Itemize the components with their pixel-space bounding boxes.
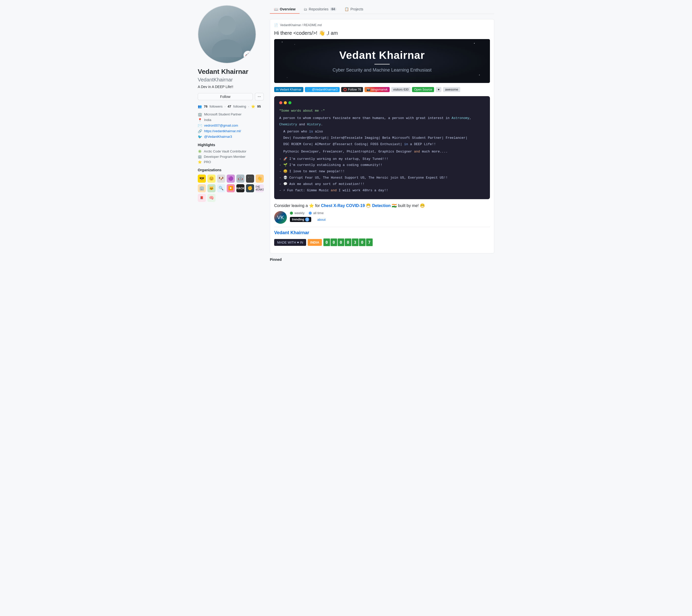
india-badge: INDIA bbox=[308, 239, 322, 246]
legend-weekly: weekly bbox=[290, 211, 305, 215]
trending-row: trending 1 about bbox=[290, 217, 490, 222]
followers-icon: 👥 bbox=[198, 105, 202, 108]
made-with-section: MADE WITH ♥ IN INDIA 0 0 0 0 3 0 7 bbox=[274, 239, 490, 246]
repo-count: 64 bbox=[330, 7, 336, 11]
follow-button[interactable]: Follow bbox=[198, 93, 253, 100]
card-header: 📄 VedantKhairnar / README.md bbox=[274, 23, 490, 27]
website-item: 🔗 https://vedantkhairnar.ml/ bbox=[198, 129, 264, 133]
term-line-4: Dev| Founder@DevScript| Intern@Tesselate… bbox=[279, 135, 485, 141]
org-2[interactable]: 🐶 bbox=[217, 175, 225, 183]
svg-point-1 bbox=[212, 39, 242, 57]
tab-repositories[interactable]: 🗂 Repositories 64 bbox=[299, 5, 340, 14]
badge-twitter[interactable]: 🐦 @VedantKhairnar3 bbox=[305, 87, 340, 92]
term-line-5: DSC RCOEM Core| AIMentor @Tesseract Codi… bbox=[279, 142, 485, 147]
term-line-12: - ⚡ Fun fact: Gimme Music and I will wor… bbox=[279, 188, 485, 193]
dot-yellow bbox=[284, 101, 287, 104]
consider-section: Consider leaving a ⭐ for Chest X-Ray COV… bbox=[274, 203, 490, 208]
digit-1: 0 bbox=[331, 239, 337, 246]
tabs-bar: 📖 Overview 🗂 Repositories 64 📋 Projects bbox=[270, 5, 494, 14]
twitter-icon: 🐦 bbox=[198, 135, 202, 139]
readme-icon: 📄 bbox=[274, 23, 278, 27]
profile-meta: 🏢 Microsoft Student Partner 📍 India ✉️ v… bbox=[198, 112, 264, 139]
org-11[interactable]: HACK bbox=[236, 184, 245, 192]
arctic-icon: ✳️ bbox=[198, 150, 202, 153]
digit-6: 7 bbox=[366, 239, 373, 246]
stars-count[interactable]: 95 bbox=[257, 105, 261, 108]
profile-name: Vedant Khairnar bbox=[198, 67, 264, 76]
banner-name: Vedant Khairnar bbox=[279, 49, 485, 61]
main-content: 📖 Overview 🗂 Repositories 64 📋 Projects … bbox=[270, 5, 494, 265]
email-item: ✉️ vedron007@gmail.com bbox=[198, 124, 264, 128]
badge-github[interactable]: ⭕ Follow 76 bbox=[341, 87, 363, 92]
more-button[interactable]: ··· bbox=[255, 93, 264, 101]
chest-xray-link[interactable]: Chest X-Ray COVID-19 bbox=[321, 203, 365, 208]
counter-digits: 0 0 0 0 3 0 7 bbox=[323, 239, 373, 246]
banner-subtitle: Cyber Security and Machine Learning Enth… bbox=[279, 67, 485, 73]
org-10[interactable]: ▶️ bbox=[227, 184, 235, 192]
org-12[interactable]: ✊ bbox=[246, 184, 254, 192]
link-icon: 🔗 bbox=[198, 129, 202, 133]
follow-row: Follow ··· bbox=[198, 93, 264, 101]
legend-row: weekly all time bbox=[290, 211, 490, 215]
profile-link[interactable]: Vedant Khairnar bbox=[274, 230, 490, 236]
badge-opensource: Open Source bbox=[412, 87, 434, 92]
activity-section: VK weekly all time tr bbox=[274, 211, 490, 224]
digit-3: 0 bbox=[345, 239, 351, 246]
term-line-6: Pythonic Developer, Freelancer, Philantr… bbox=[279, 149, 485, 154]
org-5[interactable]: 🖤 bbox=[246, 175, 254, 183]
badge-awesome: awesome bbox=[443, 87, 460, 92]
org-9[interactable]: 🔍 bbox=[217, 184, 225, 192]
person-silhouette bbox=[212, 12, 242, 57]
svg-point-0 bbox=[218, 16, 236, 35]
email-link[interactable]: vedron007@gmail.com bbox=[204, 124, 238, 127]
org-4[interactable]: 🤖 bbox=[236, 175, 245, 183]
building-icon: 🏢 bbox=[198, 112, 202, 116]
made-with-badge: MADE WITH ♥ IN bbox=[274, 239, 306, 246]
detection-link[interactable]: Detection bbox=[372, 203, 391, 208]
terminal-dots bbox=[279, 101, 485, 104]
org-8[interactable]: 🐱 bbox=[207, 184, 215, 192]
badge-linkedin[interactable]: in Vedant Khairnar bbox=[274, 87, 303, 92]
org-13[interactable]: THE MONKS bbox=[256, 184, 264, 192]
tab-projects[interactable]: 📋 Projects bbox=[340, 5, 367, 14]
digit-0: 0 bbox=[323, 239, 330, 246]
company-item: 🏢 Microsoft Student Partner bbox=[198, 112, 264, 116]
orgs-title: Organizations bbox=[198, 168, 264, 172]
term-line-10: - 💀 Corrupt Fear US, The Honest Support … bbox=[279, 175, 485, 181]
twitter-item: 🐦 @VedantKhairnar3 bbox=[198, 135, 264, 139]
digit-2: 0 bbox=[338, 239, 344, 246]
alltime-dot bbox=[309, 212, 312, 215]
location-item: 📍 India bbox=[198, 118, 264, 122]
terminal-block: "Some words about me -" A person to whom… bbox=[274, 96, 490, 199]
stars-icon: ⭐ bbox=[251, 105, 255, 108]
pinned-title: Pinned bbox=[270, 258, 494, 262]
tab-overview[interactable]: 📖 Overview bbox=[270, 5, 299, 14]
repo-icon: 🗂 bbox=[303, 7, 307, 11]
org-14[interactable]: 📕 bbox=[198, 194, 206, 202]
term-line-8: - 🌱 I'm currently establishing a coding … bbox=[279, 162, 485, 168]
badge-visitors: visitors 630 bbox=[391, 87, 411, 92]
org-7[interactable]: 🏢 bbox=[198, 184, 206, 192]
avatar-badge: 🤖 bbox=[244, 51, 253, 60]
twitter-link[interactable]: @VedantKhairnar3 bbox=[204, 135, 232, 138]
highlights-title: Highlights bbox=[198, 143, 264, 147]
following-count[interactable]: 47 bbox=[228, 105, 231, 108]
project-icon: 📋 bbox=[344, 7, 349, 11]
term-line-3: A person who is also bbox=[279, 129, 485, 134]
weekly-dot bbox=[290, 212, 293, 215]
term-line-1: A person to whom computers fascinate mor… bbox=[279, 116, 485, 121]
location-icon: 📍 bbox=[198, 118, 202, 122]
org-3[interactable]: 🟣 bbox=[227, 175, 235, 183]
trending-count: 1 bbox=[305, 217, 309, 221]
org-15[interactable]: 🧠 bbox=[207, 194, 215, 202]
about-link[interactable]: about bbox=[317, 218, 326, 221]
sidebar: 🤖 Vedant Khairnar VedantKhairnar A Dev i… bbox=[198, 5, 264, 265]
trending-badge[interactable]: trending 1 bbox=[290, 217, 311, 222]
org-6[interactable]: 👋 bbox=[256, 175, 264, 183]
badge-instagram[interactable]: 📷 kingsmanvk bbox=[364, 87, 390, 92]
org-1[interactable]: 😊 bbox=[207, 175, 215, 183]
website-link[interactable]: https://vedantkhairnar.ml/ bbox=[204, 129, 241, 133]
org-0[interactable]: 😎 bbox=[198, 175, 206, 183]
avatar: 🤖 bbox=[198, 5, 256, 63]
followers-count[interactable]: 76 bbox=[204, 105, 207, 108]
